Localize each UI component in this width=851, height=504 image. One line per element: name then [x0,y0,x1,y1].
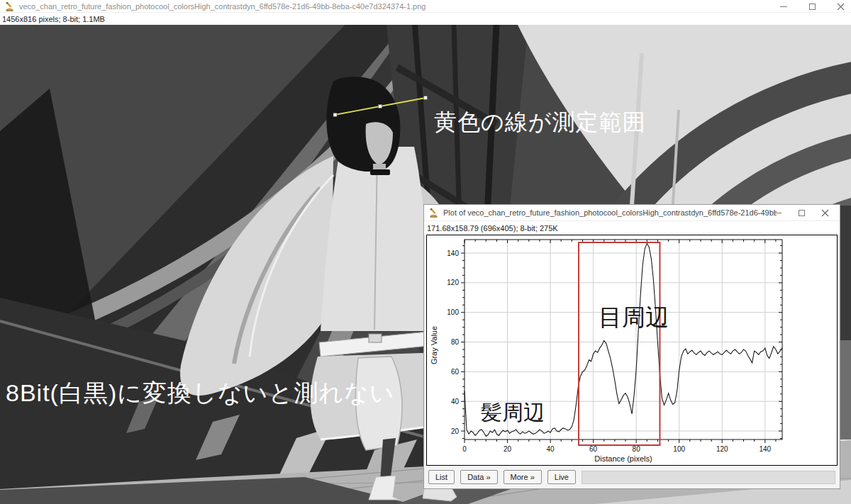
line-handle-start [333,113,337,117]
image-info-bar: 1456x816 pixels; 8-bit; 1.1MB [0,13,851,25]
y-tick-label: 40 [451,398,460,405]
y-tick-label: 120 [447,279,459,286]
plot-canvas: 02040608010012014020406080100120140Dista… [426,235,838,466]
plot-window-title: Plot of veco_chan_retro_future_fashion_p… [443,208,777,217]
x-tick-label: 100 [673,445,685,453]
imagej-main-window: veco_chan_retro_future_fashion_photocool… [0,0,851,504]
y-tick-label: 140 [447,250,459,257]
coordinate-readout-strip [582,471,835,484]
maximize-button[interactable] [807,1,817,11]
line-handle-middle [379,105,382,108]
x-axis-label: Distance (pixels) [594,454,652,463]
plot-maximize-button[interactable] [796,208,806,218]
line-handle-end [424,96,428,100]
x-tick-label: 60 [589,445,598,453]
close-icon [821,209,829,217]
y-tick-label: 20 [451,427,460,435]
highlight-box [579,242,660,445]
x-tick-label: 80 [633,445,641,453]
imagej-icon [5,1,14,11]
plot-close-button[interactable] [820,208,830,218]
x-tick-label: 140 [759,445,771,453]
plot-minimize-button[interactable] [773,208,783,218]
plot-button-list[interactable]: List [428,470,455,484]
plot-button-more[interactable]: More » [504,470,542,484]
choker [370,169,390,175]
plot-window-titlebar: Plot of veco_chan_retro_future_fashion_p… [424,205,840,221]
hair-area-annotation: 髪周辺 [481,398,545,427]
y-tick-label: 60 [451,368,460,376]
plot-button-live[interactable]: Live [547,470,576,484]
main-window-title: veco_chan_retro_future_fashion_photocool… [19,2,425,11]
plot-window: Plot of veco_chan_retro_future_fashion_p… [423,204,840,489]
x-tick-label: 40 [547,445,555,453]
y-tick-label: 100 [447,308,459,316]
x-tick-label: 20 [504,445,512,453]
y-tick-label: 80 [451,338,460,346]
image-info-text: 1456x816 pixels; 8-bit; 1.1MB [2,15,105,23]
plot-info-bar: 171.68x158.79 (696x405); 8-bit; 275K [424,221,840,235]
maximize-icon [799,210,805,216]
y-axis-label: Gray Value [430,326,438,364]
x-tick-label: 0 [462,445,467,453]
imagej-icon [429,208,438,218]
plot-buttons-bar: ListData »More »Live [424,466,840,488]
measure-range-label: 黄色の線が測定範囲 [434,107,646,138]
maximize-icon [809,4,816,10]
plot-button-data[interactable]: Data » [460,470,497,484]
close-icon [837,3,845,11]
x-tick-label: 120 [716,445,728,453]
minimize-icon [780,6,787,7]
plot-info-text: 171.68x158.79 (696x405); 8-bit; 275K [427,224,558,233]
minimize-icon [774,213,782,213]
bit-depth-note: 8Bit(白黒)に変換しないと測れない [6,377,395,410]
close-button[interactable] [835,1,845,11]
minimize-button[interactable] [779,1,789,11]
main-window-titlebar: veco_chan_retro_future_fashion_photocool… [0,0,851,13]
profile-chart: 02040608010012014020406080100120140Dista… [427,235,837,465]
eye-area-annotation: 目周辺 [599,302,669,334]
